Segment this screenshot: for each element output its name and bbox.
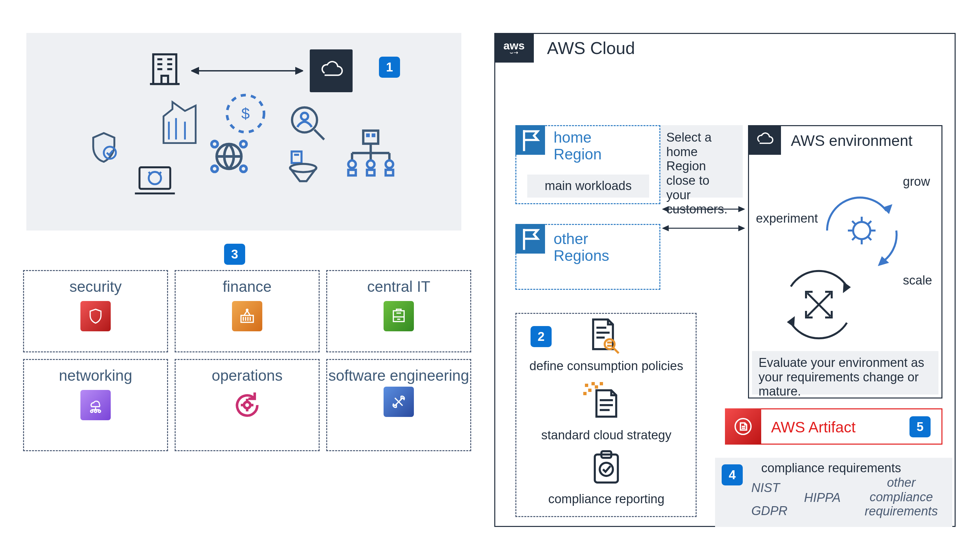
team-central-it: central IT xyxy=(326,270,471,352)
svg-point-40 xyxy=(367,161,375,168)
compliance-nist: NIST xyxy=(751,481,780,495)
cloud-network-icon xyxy=(80,390,111,420)
region-hint-text: Select a home Region close to your custo… xyxy=(666,130,728,216)
gear-cycle-icon xyxy=(232,390,262,420)
main-workloads-box: main workloads xyxy=(527,175,649,198)
home-region-label: home Region xyxy=(554,129,619,162)
policies-reporting-label: compliance reporting xyxy=(524,492,689,506)
svg-point-23 xyxy=(240,166,247,172)
svg-marker-11 xyxy=(296,68,302,74)
step-5-badge: 5 xyxy=(910,416,931,437)
aws-artifact-label: AWS Artifact xyxy=(771,418,856,436)
globe-people-icon xyxy=(204,132,254,181)
svg-line-92 xyxy=(614,348,619,353)
svg-line-81 xyxy=(868,237,871,240)
env-evaluate-box: Evaluate your environment as your requir… xyxy=(752,351,939,395)
svg-point-57 xyxy=(91,410,93,413)
svg-rect-33 xyxy=(372,133,375,137)
svg-marker-85 xyxy=(787,316,795,327)
svg-point-75 xyxy=(853,222,870,239)
svg-point-59 xyxy=(98,410,100,413)
flag-icon xyxy=(515,125,545,155)
compliance-hippa: HIPPA xyxy=(804,491,841,505)
svg-point-27 xyxy=(301,113,308,120)
policies-define-label: define consumption policies xyxy=(524,359,689,373)
tools-icon xyxy=(383,387,414,417)
arrow-bidir-top xyxy=(662,205,745,213)
expand-cycle-icon xyxy=(775,260,863,349)
svg-point-30 xyxy=(290,164,317,172)
svg-rect-99 xyxy=(592,382,595,385)
artifact-icon-tile xyxy=(725,408,761,444)
region-hint-box: Select a home Region close to your custo… xyxy=(660,125,743,198)
step-5-number: 5 xyxy=(916,420,923,433)
env-experiment-label: experiment xyxy=(756,211,818,226)
env-cloud-tab xyxy=(748,125,781,155)
laptop-dog-icon xyxy=(132,161,178,201)
team-software-eng-label: software engineering xyxy=(327,367,470,384)
svg-rect-51 xyxy=(393,311,404,321)
svg-rect-28 xyxy=(292,151,302,163)
svg-rect-102 xyxy=(600,382,603,385)
compliance-gdpr: GDPR xyxy=(751,504,788,518)
clipboard-check-icon xyxy=(587,448,626,487)
step-2-badge: 2 xyxy=(531,326,552,347)
svg-rect-1 xyxy=(161,76,168,84)
step-3-number: 3 xyxy=(231,248,238,260)
svg-rect-100 xyxy=(588,389,592,392)
svg-point-22 xyxy=(212,166,218,172)
policies-strategy-label: standard cloud strategy xyxy=(524,428,689,443)
team-software-eng: software engineering xyxy=(326,359,471,451)
svg-rect-101 xyxy=(595,385,598,389)
env-scale-label: scale xyxy=(903,273,932,288)
svg-marker-10 xyxy=(192,68,198,74)
svg-point-60 xyxy=(244,402,250,408)
main-workloads-label: main workloads xyxy=(545,179,632,193)
svg-line-26 xyxy=(314,130,324,140)
svg-rect-44 xyxy=(385,170,393,176)
step-1-badge: 1 xyxy=(379,57,400,78)
step-1-number: 1 xyxy=(386,61,393,73)
svg-line-80 xyxy=(852,221,856,224)
svg-rect-103 xyxy=(583,392,587,395)
svg-point-41 xyxy=(385,161,393,168)
flag-icon-2 xyxy=(515,224,545,254)
team-security: security xyxy=(23,270,168,352)
svg-line-82 xyxy=(868,221,871,224)
aws-environment-title: AWS environment xyxy=(791,132,912,149)
building-icon xyxy=(145,49,185,89)
document-dots-icon xyxy=(580,379,626,425)
org-chart-icon xyxy=(343,125,399,181)
env-evaluate-text: Evaluate your environment as your requir… xyxy=(759,356,924,398)
shield-check-icon xyxy=(86,130,122,166)
compliance-other: other compliance requirements xyxy=(857,476,946,519)
aws-cloud-title: AWS Cloud xyxy=(547,38,635,58)
svg-rect-98 xyxy=(585,384,588,387)
aws-cloud-tile xyxy=(310,49,353,92)
funnel-icon xyxy=(283,148,323,188)
city-icon xyxy=(158,99,201,148)
step-3-badge: 3 xyxy=(224,244,245,265)
svg-point-21 xyxy=(240,141,247,147)
svg-rect-42 xyxy=(348,170,356,176)
team-finance-label: finance xyxy=(176,278,319,295)
team-operations: operations xyxy=(175,359,320,451)
svg-marker-84 xyxy=(843,282,851,293)
svg-rect-43 xyxy=(367,170,375,176)
svg-rect-31 xyxy=(363,131,378,144)
arrow-enterprise-cloud xyxy=(191,66,303,76)
step-4-badge: 4 xyxy=(722,464,743,486)
svg-rect-0 xyxy=(153,54,176,84)
team-central-it-label: central IT xyxy=(327,278,470,295)
env-grow-label: grow xyxy=(903,175,930,189)
svg-point-20 xyxy=(212,141,218,147)
team-finance: finance xyxy=(175,270,320,352)
svg-marker-72 xyxy=(739,226,744,230)
svg-line-83 xyxy=(852,237,856,240)
svg-point-39 xyxy=(348,161,356,168)
team-networking-label: networking xyxy=(24,367,167,384)
svg-rect-32 xyxy=(366,133,370,137)
team-operations-label: operations xyxy=(176,367,319,384)
shield-icon xyxy=(80,301,111,331)
team-networking: networking xyxy=(23,359,168,451)
